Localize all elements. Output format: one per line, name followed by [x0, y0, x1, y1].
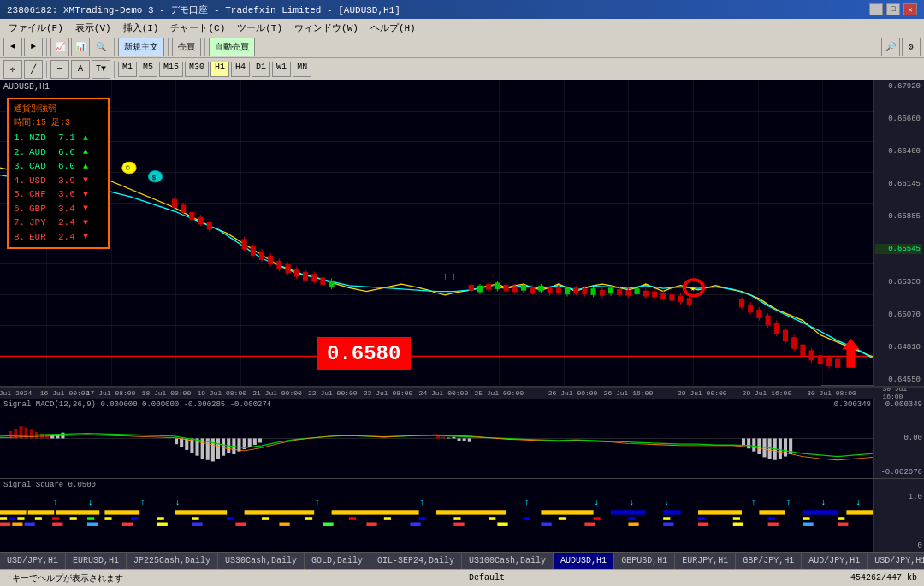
- svg-rect-93: [660, 293, 666, 299]
- svg-rect-200: [332, 510, 419, 514]
- tab-audjpy[interactable]: AUD/JPY,H1: [802, 553, 868, 570]
- svg-rect-19: [181, 204, 186, 212]
- svg-rect-255: [628, 522, 638, 525]
- new-chart-button[interactable]: 📈: [50, 38, 69, 56]
- settings-button[interactable]: ⚙: [902, 38, 921, 56]
- svg-rect-79: [600, 290, 605, 296]
- menu-insert[interactable]: 挿入(I): [118, 19, 164, 36]
- tab-gbpjpy[interactable]: GBP/JPY,H1: [736, 553, 802, 570]
- svg-text:↓: ↓: [820, 496, 826, 506]
- zoom-in-button[interactable]: 🔍: [92, 38, 110, 56]
- svg-rect-236: [803, 517, 809, 520]
- tf-d1[interactable]: D1: [252, 62, 270, 77]
- forward-button[interactable]: ►: [24, 38, 43, 56]
- svg-rect-117: [809, 350, 814, 360]
- tf-m5[interactable]: M5: [139, 62, 157, 77]
- svg-rect-166: [452, 437, 455, 439]
- menu-help[interactable]: ヘルプ(H): [365, 19, 421, 36]
- tab-eurjpy[interactable]: EURJPY,H1: [675, 553, 736, 570]
- tab-usdjpy-h1[interactable]: USD/JPY,H1: [0, 553, 66, 570]
- svg-rect-150: [195, 438, 198, 455]
- tab-gbpusd[interactable]: GBPUSD,H1: [614, 553, 675, 570]
- price-tick-1: 0.67920: [875, 82, 922, 91]
- svg-text:↑: ↑: [314, 496, 320, 506]
- svg-rect-242: [87, 522, 98, 525]
- svg-rect-227: [489, 517, 495, 520]
- tab-usdjpy-h1-2[interactable]: USD/JPY,H1: [868, 553, 924, 570]
- price-tick-7: 0.65330: [875, 278, 922, 287]
- svg-rect-123: [835, 359, 840, 368]
- svg-rect-233: [698, 517, 705, 520]
- svg-rect-161: [253, 438, 257, 445]
- sell-button[interactable]: 売買: [172, 38, 201, 56]
- tf-w1[interactable]: W1: [272, 62, 291, 77]
- tf-h4[interactable]: H4: [231, 62, 250, 77]
- svg-rect-172: [752, 438, 755, 451]
- svg-rect-210: [9, 517, 15, 520]
- hline-tool[interactable]: ―: [50, 60, 69, 79]
- tab-jp225[interactable]: JP225Cash,Daily: [127, 553, 218, 570]
- period-button[interactable]: 📊: [71, 38, 90, 56]
- svg-rect-103: [748, 305, 753, 312]
- svg-rect-71: [565, 287, 570, 294]
- minimize-button[interactable]: ─: [869, 3, 883, 15]
- svg-rect-213: [52, 517, 59, 520]
- line-tool[interactable]: ╱: [24, 60, 43, 79]
- tab-audusd-h1[interactable]: AUDUSD,H1: [554, 553, 614, 570]
- tf-mn[interactable]: MN: [293, 62, 311, 77]
- menu-chart[interactable]: チャート(C): [165, 19, 230, 36]
- sep6: [114, 61, 115, 78]
- tf-m30[interactable]: M30: [185, 62, 209, 77]
- svg-rect-95: [669, 294, 674, 301]
- close-button[interactable]: ✕: [903, 3, 917, 15]
- svg-rect-139: [30, 429, 33, 438]
- tab-us30[interactable]: US30Cash,Daily: [218, 553, 305, 570]
- svg-rect-209: [0, 517, 7, 520]
- menu-window[interactable]: ウィンドウ(W): [289, 19, 364, 36]
- tab-oil[interactable]: OIL-SEP24,Daily: [370, 553, 462, 570]
- auto-trade-button[interactable]: 自動売買: [209, 38, 255, 56]
- crosshair-tool[interactable]: ✛: [3, 60, 22, 79]
- svg-rect-261: [838, 522, 848, 525]
- time-label-3: 17 Jul 08:00: [86, 389, 136, 397]
- svg-rect-49: [469, 285, 474, 291]
- svg-rect-222: [305, 517, 312, 520]
- svg-rect-81: [608, 287, 613, 293]
- back-button[interactable]: ◄: [3, 38, 22, 56]
- time-label-5: 19 Jul 08:00: [197, 389, 246, 397]
- svg-rect-231: [628, 517, 635, 520]
- time-label-8: 23 Jul 08:00: [364, 389, 413, 397]
- svg-rect-168: [463, 438, 466, 441]
- tab-us100[interactable]: US100Cash,Daily: [462, 553, 554, 570]
- more-tools[interactable]: T▼: [92, 60, 110, 79]
- new-order-button[interactable]: 新規主文: [118, 38, 164, 56]
- svg-rect-224: [384, 517, 391, 520]
- svg-text:↓: ↓: [856, 496, 862, 506]
- maximize-button[interactable]: □: [886, 3, 900, 15]
- svg-rect-207: [803, 510, 838, 514]
- tf-h1[interactable]: H1: [210, 62, 229, 77]
- tf-m15[interactable]: M15: [159, 62, 183, 77]
- tf-m1[interactable]: M1: [118, 62, 137, 77]
- sep4: [204, 38, 205, 56]
- svg-rect-248: [323, 522, 333, 525]
- tab-gold[interactable]: GOLD,Daily: [305, 553, 370, 570]
- menu-file[interactable]: ファイル(F): [3, 19, 68, 36]
- price-chart[interactable]: AUDUSD,H1 通貨別強弱 時間:15 足:3 1.NZD7.1▲2.AUD…: [0, 80, 924, 387]
- time-label-2: 16 Jul 00:00: [40, 389, 90, 397]
- svg-rect-251: [453, 522, 464, 525]
- svg-rect-212: [35, 517, 42, 520]
- menu-view[interactable]: 表示(V): [70, 19, 116, 36]
- tab-eurusd-h1[interactable]: EURUSD,H1: [66, 553, 127, 570]
- svg-text:↓: ↓: [87, 496, 93, 506]
- svg-rect-91: [652, 292, 657, 298]
- svg-rect-107: [766, 316, 771, 326]
- text-tool[interactable]: A: [71, 60, 90, 79]
- svg-text:↑: ↑: [139, 496, 145, 506]
- svg-rect-154: [216, 438, 220, 459]
- strength-row-nzd: 1.NZD7.1▲: [14, 131, 103, 145]
- svg-rect-260: [803, 522, 813, 525]
- search-button[interactable]: 🔎: [881, 38, 900, 56]
- time-label-1: 15 Jul 2024: [0, 389, 32, 397]
- menu-tools[interactable]: ツール(T): [232, 19, 287, 36]
